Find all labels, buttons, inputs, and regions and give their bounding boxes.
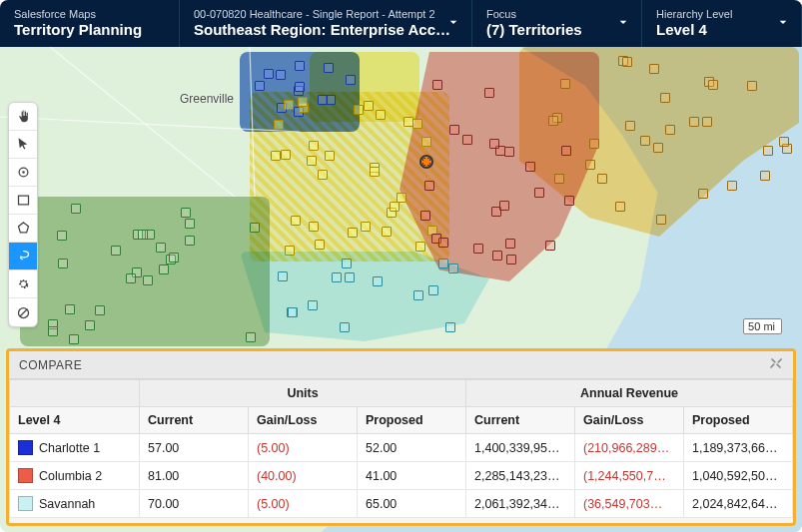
map-marker[interactable] <box>561 146 571 156</box>
col-units-current[interactable]: Current <box>140 407 249 434</box>
map-marker[interactable] <box>69 334 79 344</box>
map-marker[interactable] <box>340 322 350 332</box>
map-marker[interactable] <box>554 174 564 184</box>
focus-picker[interactable]: Focus (7) Territories <box>472 0 642 47</box>
map-marker[interactable] <box>689 117 699 127</box>
poly-select-tool[interactable] <box>9 215 37 243</box>
settings-tool[interactable] <box>9 270 37 298</box>
map-marker[interactable] <box>432 80 442 90</box>
map-marker[interactable] <box>698 189 708 199</box>
map-marker[interactable] <box>653 143 663 153</box>
map-marker[interactable] <box>324 63 334 73</box>
no-tool[interactable] <box>9 298 37 326</box>
map-marker[interactable] <box>560 79 570 89</box>
map-marker[interactable] <box>702 117 712 127</box>
col-rev-gainloss[interactable]: Gain/Loss <box>575 407 684 434</box>
circle-select-tool[interactable] <box>9 159 37 187</box>
map-marker[interactable] <box>48 326 58 336</box>
map-marker[interactable] <box>318 95 328 105</box>
col-rev-proposed[interactable]: Proposed <box>684 407 793 434</box>
map-marker[interactable] <box>288 307 298 317</box>
rect-select-tool[interactable] <box>9 187 37 215</box>
map-marker[interactable] <box>708 80 718 90</box>
map-marker[interactable] <box>181 208 191 218</box>
map-marker[interactable] <box>421 137 431 147</box>
map-marker[interactable] <box>376 110 386 120</box>
map-marker[interactable] <box>250 223 260 233</box>
map-marker[interactable] <box>95 305 105 315</box>
map-marker[interactable] <box>382 227 392 237</box>
map-marker[interactable] <box>548 116 558 126</box>
map-marker[interactable] <box>361 222 371 232</box>
map-marker[interactable] <box>420 211 430 221</box>
map-marker[interactable] <box>413 290 423 300</box>
map-marker[interactable] <box>640 136 650 146</box>
map-marker[interactable] <box>143 275 153 285</box>
map-marker[interactable] <box>763 146 773 156</box>
col-level[interactable]: Level 4 <box>10 407 140 434</box>
map-marker[interactable] <box>504 147 514 157</box>
map-marker[interactable] <box>345 272 355 282</box>
map-marker[interactable] <box>156 243 166 253</box>
map-marker[interactable] <box>760 171 770 181</box>
map-marker[interactable] <box>373 276 383 286</box>
map-marker[interactable] <box>185 236 195 246</box>
table-row[interactable]: Charlotte 157.00(5.00)52.001,400,339,95…… <box>10 434 793 462</box>
hand-tool[interactable] <box>9 103 37 131</box>
map-marker[interactable] <box>364 101 374 111</box>
map-marker[interactable] <box>403 117 413 127</box>
map-marker[interactable] <box>545 241 555 251</box>
map-marker[interactable] <box>342 259 352 268</box>
col-units-gainloss[interactable]: Gain/Loss <box>249 407 358 434</box>
map-marker[interactable] <box>138 230 148 240</box>
map-marker[interactable] <box>159 265 169 274</box>
map-marker[interactable] <box>649 64 659 74</box>
map-marker[interactable] <box>424 181 434 191</box>
map-marker[interactable] <box>779 137 789 147</box>
map-marker[interactable] <box>291 216 301 226</box>
map-marker[interactable] <box>505 239 515 249</box>
map-marker[interactable] <box>428 285 438 295</box>
map-marker[interactable] <box>448 264 458 273</box>
map-marker[interactable] <box>506 255 516 265</box>
pointer-tool[interactable] <box>9 131 37 159</box>
map-marker[interactable] <box>111 246 121 256</box>
map-marker[interactable] <box>318 170 328 180</box>
map-marker[interactable] <box>489 139 499 149</box>
map-canvas[interactable]: Greenville i 50 mi COMPARE <box>0 47 802 532</box>
col-rev-current[interactable]: Current <box>466 407 575 434</box>
map-marker[interactable] <box>564 196 574 206</box>
map-marker[interactable] <box>309 222 319 232</box>
map-marker[interactable] <box>285 246 295 256</box>
map-marker[interactable] <box>415 242 425 252</box>
map-marker[interactable] <box>462 135 472 145</box>
map-marker[interactable] <box>492 251 502 261</box>
map-marker[interactable] <box>65 304 75 314</box>
map-marker[interactable] <box>727 181 737 191</box>
map-marker[interactable] <box>246 332 256 342</box>
map-marker[interactable] <box>525 162 535 172</box>
map-marker[interactable] <box>449 125 459 135</box>
map-marker[interactable] <box>665 125 675 135</box>
map-marker[interactable] <box>622 57 632 67</box>
compare-title-bar[interactable]: COMPARE <box>9 351 793 379</box>
hierarchy-level-picker[interactable]: Hierarchy Level Level 4 <box>642 0 802 47</box>
map-marker[interactable] <box>625 121 635 131</box>
map-marker[interactable] <box>354 105 364 115</box>
map-marker[interactable] <box>412 119 422 129</box>
map-marker[interactable] <box>58 259 68 268</box>
map-marker[interactable] <box>85 320 95 330</box>
map-marker[interactable] <box>597 174 607 184</box>
map-marker[interactable] <box>615 202 625 212</box>
map-marker[interactable] <box>71 204 81 214</box>
map-marker[interactable] <box>438 238 448 248</box>
map-marker[interactable] <box>390 202 400 212</box>
map-marker[interactable] <box>534 188 544 198</box>
lasso-tool[interactable] <box>9 243 37 270</box>
map-marker[interactable] <box>370 167 380 177</box>
map-marker[interactable] <box>169 253 179 263</box>
map-marker[interactable] <box>499 201 509 211</box>
map-marker[interactable] <box>308 300 318 310</box>
map-marker[interactable] <box>346 75 356 85</box>
map-marker[interactable] <box>473 244 483 254</box>
